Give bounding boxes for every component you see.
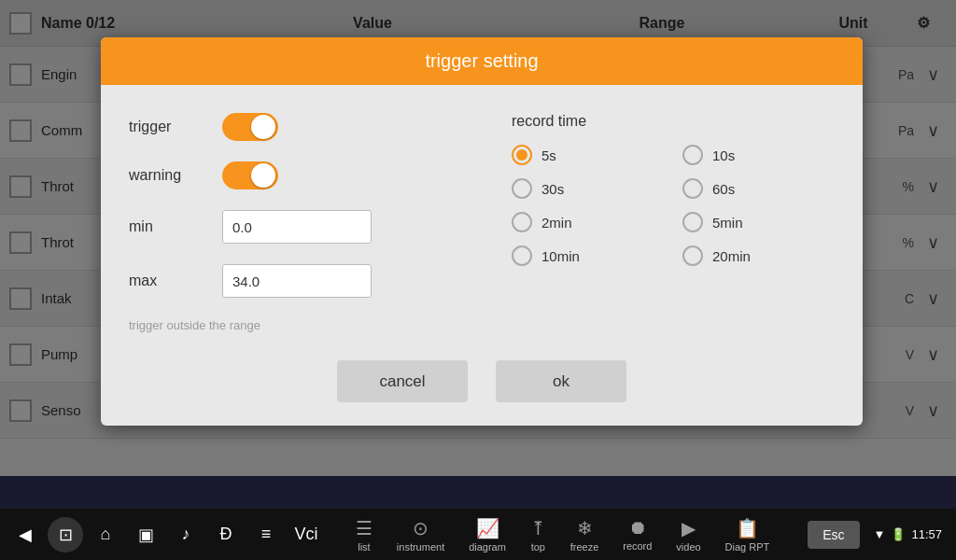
esc-button[interactable]: Esc xyxy=(808,521,859,549)
music-button[interactable]: ♪ xyxy=(168,517,204,553)
radio-circle-5s xyxy=(512,145,532,165)
clock: 11:57 xyxy=(911,527,942,541)
radio-circle-60s xyxy=(682,178,703,199)
top-tool[interactable]: ⤒ top xyxy=(530,517,546,553)
home-button[interactable]: ⌂ xyxy=(88,517,123,553)
radio-item-10s[interactable]: 10s xyxy=(682,145,835,165)
screenshot-button[interactable]: ⊡ xyxy=(48,517,83,553)
radio-label-10s: 10s xyxy=(712,147,735,163)
dialog-body: trigger warning min max trigger outside … xyxy=(101,85,863,351)
radio-label-2min: 2min xyxy=(541,215,572,231)
instrument-label: instrument xyxy=(397,541,444,553)
system-bar: ◀ ⊡ ⌂ ▣ ♪ Ð ≡ Vci ☰ list ⊙ instrument 📈 … xyxy=(0,509,956,560)
list-label: list xyxy=(358,541,370,553)
freeze-tool[interactable]: ❄ freeze xyxy=(570,517,599,553)
dialog-left-panel: trigger warning min max trigger outside … xyxy=(129,113,484,332)
warning-toggle[interactable] xyxy=(222,161,278,189)
radio-label-5s: 5s xyxy=(541,147,556,163)
dialog-title: trigger setting xyxy=(101,37,863,85)
radio-circle-20min xyxy=(682,245,703,266)
record-time-options: 5s 10s 30s 60s xyxy=(512,145,835,266)
record-time-label: record time xyxy=(512,113,835,130)
trigger-setting-dialog: trigger setting trigger warning min xyxy=(101,37,863,426)
radio-label-5min: 5min xyxy=(712,215,743,231)
ok-button[interactable]: ok xyxy=(496,360,626,402)
video-tool[interactable]: ▶ video xyxy=(676,517,700,553)
min-input[interactable] xyxy=(222,210,372,244)
diag-rpt-icon: 📋 xyxy=(736,517,759,539)
radio-item-5s[interactable]: 5s xyxy=(512,145,664,165)
radio-label-30s: 30s xyxy=(541,181,564,197)
record-label: record xyxy=(623,540,652,552)
menu-button[interactable]: ≡ xyxy=(248,517,284,553)
freeze-label: freeze xyxy=(570,541,599,553)
cancel-button[interactable]: cancel xyxy=(337,360,468,402)
radio-circle-30s xyxy=(512,178,532,199)
trigger-row: trigger xyxy=(129,113,484,141)
record-tool[interactable]: ⏺ record xyxy=(623,517,652,552)
toggle-knob xyxy=(251,163,275,188)
radio-circle-2min xyxy=(512,212,532,232)
list-icon: ☰ xyxy=(356,517,373,539)
warning-row: warning xyxy=(129,161,484,189)
instrument-icon: ⊙ xyxy=(413,517,429,539)
tool-buttons: ☰ list ⊙ instrument 📈 diagram ⤒ top ❄ fr… xyxy=(331,517,794,553)
radio-circle-10s xyxy=(682,145,703,165)
radio-item-60s[interactable]: 60s xyxy=(682,178,835,199)
overview-button[interactable]: ▣ xyxy=(128,517,163,553)
instrument-tool[interactable]: ⊙ instrument xyxy=(397,517,444,553)
nav-controls: ◀ ⊡ ⌂ ▣ ♪ Ð ≡ Vci xyxy=(0,517,331,553)
radio-item-20min[interactable]: 20min xyxy=(682,245,835,266)
top-icon: ⤒ xyxy=(530,517,546,539)
radio-item-30s[interactable]: 30s xyxy=(512,178,664,199)
radio-circle-5min xyxy=(682,212,703,232)
radio-item-10min[interactable]: 10min xyxy=(512,245,664,266)
trigger-label: trigger xyxy=(129,119,222,135)
vci-button[interactable]: Vci xyxy=(288,517,324,553)
sys-right: Esc ▼ 🔋 11:57 xyxy=(794,521,956,549)
trigger-hint: trigger outside the range xyxy=(129,318,484,332)
radio-item-2min[interactable]: 2min xyxy=(512,212,664,232)
radio-item-5min[interactable]: 5min xyxy=(682,212,835,232)
battery-icon: 🔋 xyxy=(891,527,906,541)
dp-button[interactable]: Ð xyxy=(208,517,244,553)
wifi-icon: ▼ xyxy=(874,527,886,541)
max-row: max xyxy=(129,264,484,298)
dialog-right-panel: record time 5s 10s 30s xyxy=(512,113,835,332)
diagram-tool[interactable]: 📈 diagram xyxy=(469,517,506,553)
back-button[interactable]: ◀ xyxy=(7,517,43,553)
diagram-label: diagram xyxy=(469,541,506,553)
diag-rpt-label: Diag RPT xyxy=(725,541,770,553)
system-status: ▼ 🔋 11:57 xyxy=(874,527,942,541)
diag-rpt-tool[interactable]: 📋 Diag RPT xyxy=(725,517,770,553)
video-icon: ▶ xyxy=(682,517,696,539)
max-label: max xyxy=(129,273,222,289)
min-label: min xyxy=(129,218,222,235)
max-input[interactable] xyxy=(222,264,372,298)
radio-circle-10min xyxy=(512,245,532,266)
toggle-knob xyxy=(251,115,275,139)
radio-label-20min: 20min xyxy=(712,248,751,264)
warning-label: warning xyxy=(129,167,222,184)
dialog-footer: cancel ok xyxy=(101,351,863,426)
freeze-icon: ❄ xyxy=(577,517,593,539)
trigger-toggle[interactable] xyxy=(222,113,278,141)
diagram-icon: 📈 xyxy=(476,517,499,539)
video-label: video xyxy=(676,541,700,553)
list-tool[interactable]: ☰ list xyxy=(356,517,373,553)
top-label: top xyxy=(531,541,545,553)
record-icon: ⏺ xyxy=(628,517,647,539)
min-row: min xyxy=(129,210,484,244)
radio-label-10min: 10min xyxy=(541,248,580,264)
radio-label-60s: 60s xyxy=(712,181,735,197)
